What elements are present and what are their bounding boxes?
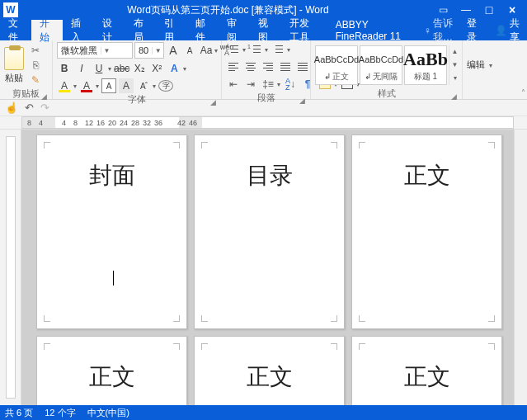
status-language[interactable]: 中文(中国) [87, 407, 129, 419]
char-border-button[interactable]: A [101, 78, 116, 93]
styles-scroll-up[interactable]: ▲ [449, 45, 460, 59]
superscript-button[interactable]: X² [149, 61, 164, 76]
redo-button[interactable]: ↷ [40, 101, 49, 114]
tab-view[interactable]: 视图 [250, 20, 281, 40]
font-color-button[interactable]: A [79, 78, 94, 93]
page-2[interactable]: 目录 [194, 134, 345, 329]
document-area[interactable]: 封面 目录 正文 正文 正文 正文 [21, 130, 514, 405]
tab-mailings[interactable]: 邮件 [187, 20, 219, 40]
group-clipboard: 粘贴 ✂ ⎘ ✎ 剪贴板 ◢ [0, 40, 53, 99]
style-heading1[interactable]: AaBb 标题 1 [404, 45, 447, 85]
page-content: 正文 [89, 361, 135, 393]
page-1[interactable]: 封面 [36, 134, 187, 329]
copy-button[interactable]: ⎘ [29, 59, 42, 71]
font-name-combo[interactable]: 微软雅黑 ▼ [57, 42, 133, 59]
align-justify-button[interactable] [278, 59, 293, 74]
dropdown-icon: ▾ [214, 47, 218, 54]
tab-abbyy[interactable]: ABBYY FineReader 11 [327, 20, 419, 40]
sort-button[interactable]: AZ↓ [283, 77, 298, 92]
align-left-button[interactable] [226, 59, 241, 74]
font-dialog-launcher[interactable]: ◢ [209, 97, 217, 105]
char-shading-button[interactable]: A [119, 78, 134, 93]
tab-home[interactable]: 开始 [31, 20, 63, 40]
grow-font-button[interactable]: A [166, 43, 181, 58]
status-page-count[interactable]: 共 6 页 [5, 407, 33, 419]
style-normal[interactable]: AaBbCcDd ↲ 正文 [315, 45, 358, 85]
page-content: 正文 [247, 361, 293, 393]
page-content: 目录 [247, 160, 293, 191]
group-label-clipboard: 剪贴板 [12, 88, 40, 98]
line-spacing-button[interactable]: ‡≡ [261, 77, 275, 92]
decrease-indent-button[interactable]: ⇤ [226, 77, 241, 92]
paragraph-dialog-launcher[interactable]: ◢ [298, 95, 306, 103]
horizontal-ruler[interactable]: 8448121620242832364246 [0, 116, 527, 130]
tell-me-search[interactable]: ♀ 告诉我… [424, 20, 460, 40]
page-3[interactable]: 正文 [351, 134, 502, 329]
format-painter-button[interactable]: ✎ [29, 74, 42, 86]
style-preview: AaBbCcDd [314, 48, 359, 71]
group-label-styles: 样式 [378, 88, 396, 98]
ribbon-tabs: 文件 开始 插入 设计 布局 引用 邮件 审阅 视图 开发工具 ABBYY Fi… [0, 20, 527, 40]
text-cursor [113, 271, 114, 286]
font-size-value: 80 [135, 45, 152, 55]
font-name-value: 微软雅黑 [58, 45, 101, 57]
tab-file[interactable]: 文件 [0, 20, 31, 40]
align-center-button[interactable] [243, 59, 258, 74]
sign-in-button[interactable]: 登录 [460, 20, 488, 40]
group-styles: AaBbCcDd ↲ 正文 AaBbCcDd ↲ 无间隔 AaBb 标题 1 ▲… [311, 40, 463, 99]
dropdown-icon: ▾ [183, 65, 186, 73]
vertical-scrollbar[interactable] [514, 130, 527, 405]
vertical-ruler[interactable] [0, 130, 21, 405]
page-6[interactable]: 正文 [351, 336, 502, 405]
editing-label: 编辑 [467, 59, 485, 69]
fit-text-button[interactable]: Aˆ [136, 78, 151, 93]
tab-references[interactable]: 引用 [156, 20, 187, 40]
styles-scroll-down[interactable]: ▼ [449, 59, 460, 72]
chevron-down-icon: ▼ [101, 47, 112, 54]
numbering-button[interactable] [248, 42, 263, 57]
editing-menu-button[interactable]: 编辑 ▾ [467, 59, 492, 71]
page-content: 封面 [89, 160, 135, 191]
share-icon: 👤 [495, 25, 507, 36]
dropdown-icon: ▾ [73, 83, 77, 90]
underline-button[interactable]: U [92, 61, 106, 76]
collapse-ribbon-button[interactable]: ˄ [521, 88, 525, 97]
style-nospacing[interactable]: AaBbCcDd ↲ 无间隔 [360, 45, 402, 85]
highlight-button[interactable]: A [57, 78, 72, 93]
tab-insert[interactable]: 插入 [63, 20, 94, 40]
paste-icon [4, 47, 24, 70]
touch-mode-button[interactable]: ☝ [5, 101, 18, 114]
distribute-button[interactable] [295, 59, 310, 74]
text-effects-button[interactable]: A [167, 61, 181, 76]
align-right-button[interactable] [261, 59, 275, 74]
cut-button[interactable]: ✂ [29, 45, 42, 56]
strike-button[interactable]: abc [114, 61, 129, 76]
group-label-font: 字体 [128, 94, 146, 104]
status-word-count[interactable]: 12 个字 [45, 407, 75, 419]
styles-expand[interactable]: ▾ [449, 72, 460, 85]
page-5[interactable]: 正文 [194, 336, 345, 405]
page-4[interactable]: 正文 [36, 336, 187, 405]
paste-button[interactable]: 粘贴 [4, 45, 24, 84]
multilevel-button[interactable] [271, 42, 285, 57]
increase-indent-button[interactable]: ⇥ [243, 77, 258, 92]
font-size-combo[interactable]: 80 ▼ [134, 42, 164, 59]
tab-review[interactable]: 审阅 [219, 20, 250, 40]
bullets-button[interactable] [226, 42, 241, 57]
enclose-char-button[interactable]: 字 [158, 80, 173, 92]
italic-button[interactable]: I [74, 61, 89, 76]
styles-dialog-launcher[interactable]: ◢ [449, 91, 458, 99]
styles-scroller[interactable]: ▲ ▼ ▾ [449, 45, 460, 85]
tab-layout[interactable]: 布局 [125, 20, 157, 40]
tab-design[interactable]: 设计 [94, 20, 125, 40]
clipboard-dialog-launcher[interactable]: ◢ [40, 91, 48, 99]
bold-button[interactable]: B [57, 61, 72, 76]
paste-label: 粘贴 [5, 72, 23, 84]
share-button[interactable]: 👤 共享 [488, 20, 527, 40]
tab-developer[interactable]: 开发工具 [281, 20, 327, 40]
undo-button[interactable]: ↶ [25, 101, 34, 114]
group-paragraph: ▾ ▾ ▾ ⇤ ⇥ ‡≡▾ AZ↓ ¶ ▾ [222, 40, 311, 99]
subscript-button[interactable]: X₂ [132, 61, 147, 76]
shrink-font-button[interactable]: A [182, 43, 197, 58]
change-case-button[interactable]: Aa [199, 43, 214, 58]
